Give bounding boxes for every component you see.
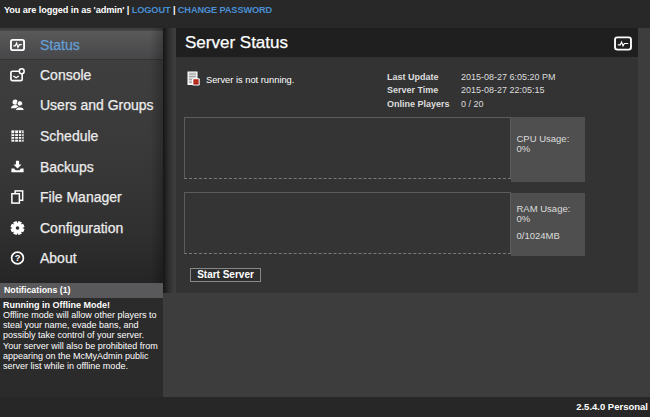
svg-text:?: ? — [15, 253, 21, 263]
